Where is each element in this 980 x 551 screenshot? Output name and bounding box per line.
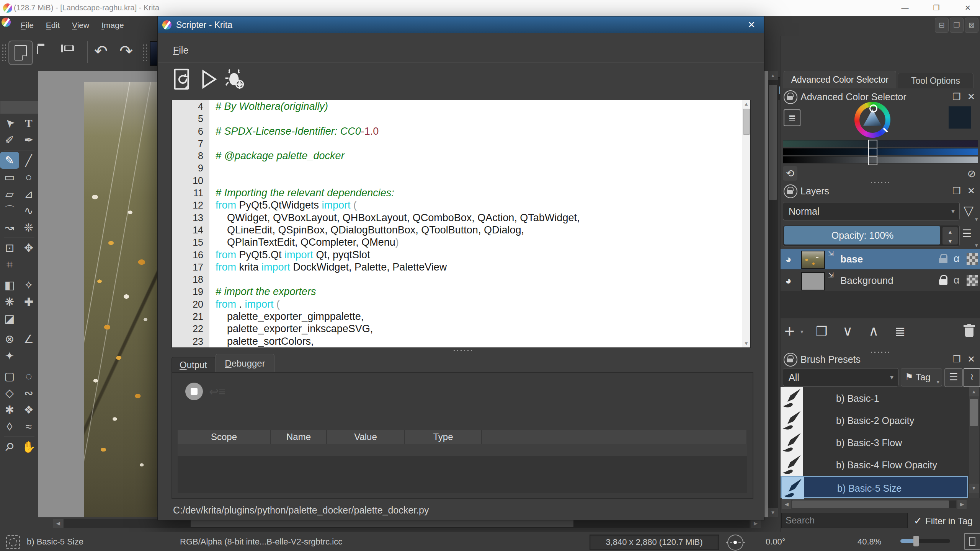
layer-thumbnail[interactable] bbox=[801, 272, 825, 290]
bezier-curve-tool[interactable]: ⌒ bbox=[0, 202, 19, 219]
mdi-minimize-button[interactable]: ⊟ bbox=[935, 18, 949, 33]
layer-filter-button[interactable]: ▽ bbox=[964, 203, 973, 218]
lock-icon[interactable] bbox=[938, 275, 948, 285]
tab-tool-options[interactable]: Tool Options bbox=[898, 73, 973, 88]
polygon-tool[interactable]: ▱ bbox=[0, 186, 19, 202]
alpha-lock-icon[interactable]: α bbox=[954, 274, 960, 286]
scripter-titlebar[interactable]: Scripter - Krita ✕ bbox=[158, 16, 764, 33]
layer-row-base[interactable]: ◕ ⇲ base α bbox=[781, 249, 980, 269]
toolbar-grip-icon[interactable] bbox=[2, 44, 7, 62]
layer-filter-dropdown-icon[interactable]: ▾ bbox=[975, 216, 978, 223]
vscroll-thumb[interactable] bbox=[769, 85, 777, 200]
magnetic-select-tool[interactable]: ≈ bbox=[19, 418, 38, 435]
ellipse-tool[interactable]: ○ bbox=[19, 169, 38, 186]
move-layer-down-button[interactable]: ∨ bbox=[843, 323, 853, 339]
save-document-button[interactable] bbox=[61, 45, 63, 52]
mdi-restore-button[interactable]: ❐ bbox=[950, 18, 964, 33]
acs-docker-header[interactable]: Advanced Color Selector ❐ ✕ bbox=[781, 90, 980, 104]
transform-tool[interactable]: ⊡ bbox=[0, 240, 19, 256]
alpha-lock-icon[interactable]: α bbox=[954, 253, 960, 265]
canvas-painting[interactable] bbox=[84, 82, 157, 517]
edit-shapes-tool[interactable]: ✐ bbox=[0, 132, 19, 148]
checkbox-check-icon[interactable]: ✓ bbox=[914, 515, 922, 527]
brush-list-scrollbar[interactable]: ▲ ▼ bbox=[969, 387, 979, 498]
move-layer-up-button[interactable]: ∧ bbox=[869, 323, 879, 339]
menu-image[interactable]: Image bbox=[100, 18, 125, 32]
lock-icon[interactable] bbox=[784, 90, 797, 104]
hscroll-left-arrow[interactable]: ◀ bbox=[53, 519, 63, 528]
mdi-close-button[interactable]: ⊠ bbox=[965, 18, 978, 33]
zoom-slider[interactable] bbox=[900, 539, 950, 543]
layer-row-background[interactable]: ◕ ⇲ Background α bbox=[781, 270, 980, 291]
editor-scroll-down-icon[interactable]: ▼ bbox=[742, 340, 750, 347]
color-slider-2[interactable] bbox=[783, 148, 978, 155]
filter-in-tag-label[interactable]: Filter in Tag bbox=[925, 516, 973, 527]
select-shapes-tool[interactable]: ➤ bbox=[0, 115, 19, 132]
scroll-down-icon[interactable]: ▼ bbox=[969, 484, 979, 493]
left-arrow-icon[interactable]: ◀ bbox=[782, 500, 791, 509]
spin-down-icon[interactable]: ▾ bbox=[942, 236, 958, 246]
vscroll-up-arrow[interactable]: ▲ bbox=[768, 71, 778, 80]
visibility-eye-icon[interactable]: ◕ bbox=[785, 275, 792, 287]
open-document-button[interactable] bbox=[37, 47, 38, 54]
color-history-refresh-button[interactable]: ⟲ bbox=[783, 166, 797, 181]
debugger-column-type[interactable]: Type bbox=[405, 430, 482, 444]
color-slider-1[interactable] bbox=[783, 140, 978, 147]
search-input[interactable] bbox=[781, 513, 908, 528]
debug-stop-button[interactable] bbox=[185, 383, 203, 400]
tab-output[interactable]: Output bbox=[172, 357, 215, 373]
opacity-spin-buttons[interactable]: ▴ ▾ bbox=[942, 227, 958, 245]
debugger-column-value[interactable]: Value bbox=[327, 430, 405, 444]
splitter-grip-icon[interactable] bbox=[452, 349, 474, 352]
tab-debugger[interactable]: Debugger bbox=[216, 354, 274, 373]
pan-tool[interactable]: ✋ bbox=[19, 439, 38, 455]
code-editor[interactable]: 4# By Wolthera(originally)56# SPDX-Licen… bbox=[172, 100, 751, 348]
tab-advanced-color-selector[interactable]: Advanced Color Selector bbox=[784, 71, 896, 88]
brush-list-hscrollbar[interactable]: ◀ ▶ bbox=[781, 500, 980, 509]
move-tool[interactable]: ✥ bbox=[19, 240, 38, 256]
right-arrow-icon[interactable]: ▶ bbox=[957, 500, 967, 509]
editor-scroll-thumb[interactable] bbox=[743, 109, 750, 135]
brush-filter-dropdown[interactable]: All ▾ bbox=[783, 368, 898, 386]
enclose-fill-tool[interactable]: ⊗ bbox=[0, 331, 19, 347]
redo-button[interactable]: ↷ bbox=[119, 40, 133, 63]
fill-tool[interactable]: ◪ bbox=[0, 310, 19, 327]
bezier-select-tool[interactable]: ◊ bbox=[0, 418, 19, 435]
text-tool[interactable]: T bbox=[19, 115, 38, 132]
crop-tool[interactable]: ⌗ bbox=[0, 256, 19, 273]
blend-mode-dropdown[interactable]: Normal ▾ bbox=[783, 202, 960, 220]
window-minimize-button[interactable]: — bbox=[894, 0, 916, 16]
add-layer-button[interactable]: + bbox=[784, 321, 795, 341]
lock-icon[interactable] bbox=[938, 254, 948, 264]
foreground-color-swatch[interactable] bbox=[949, 106, 971, 129]
brush-preset-2[interactable]: b) Basic-2 Opacity bbox=[781, 409, 968, 432]
hscroll-thumb[interactable] bbox=[191, 520, 573, 527]
brush-preset-4[interactable]: b) Basic-4 Flow Opacity bbox=[781, 454, 968, 476]
close-icon[interactable]: ✕ bbox=[965, 354, 977, 365]
new-document-button[interactable] bbox=[8, 41, 33, 65]
close-icon[interactable]: ✕ bbox=[965, 186, 977, 196]
scripter-menu-file[interactable]: File bbox=[173, 45, 188, 56]
hscroll-track[interactable] bbox=[792, 500, 956, 508]
polyline-tool[interactable]: ⊿ bbox=[19, 186, 38, 202]
brush-preset-5[interactable]: b) Basic-5 Size bbox=[781, 476, 968, 498]
canvas-vscrollbar[interactable] bbox=[768, 81, 778, 508]
slider-handle[interactable] bbox=[868, 156, 877, 165]
menu-edit[interactable]: Edit bbox=[44, 18, 61, 32]
debugger-column-name[interactable]: Name bbox=[271, 430, 327, 444]
lock-icon[interactable] bbox=[784, 353, 797, 367]
lock-icon[interactable] bbox=[784, 184, 797, 198]
layer-name[interactable]: Background bbox=[840, 275, 893, 287]
acs-settings-button[interactable]: ≣ bbox=[784, 109, 800, 126]
magic-wand-select-tool[interactable]: ✱ bbox=[0, 401, 19, 418]
multibrush-tool[interactable]: ❊ bbox=[19, 219, 38, 236]
brush-view-mode-button[interactable]: ☰ bbox=[944, 368, 963, 387]
ellipse-select-tool[interactable]: ◌ bbox=[19, 368, 38, 385]
zoom-slider-thumb[interactable] bbox=[913, 536, 919, 546]
scroll-thumb[interactable] bbox=[970, 399, 978, 426]
inherit-alpha-icon[interactable]: ⇲ bbox=[828, 271, 834, 279]
zoom-tool[interactable]: ⚲ bbox=[0, 439, 19, 455]
debug-step-button[interactable]: ↩≡ bbox=[209, 385, 225, 398]
measure-tool[interactable]: ∠ bbox=[19, 331, 38, 347]
editor-scroll-up-icon[interactable]: ▲ bbox=[742, 100, 750, 108]
